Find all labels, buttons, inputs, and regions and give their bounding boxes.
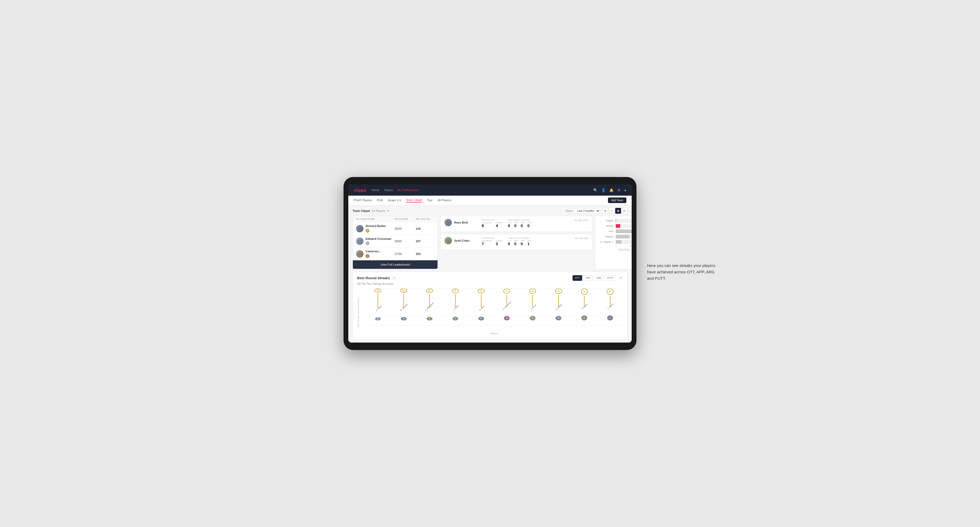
show-label: Show — [566, 210, 572, 213]
streak-bar-col: 6x D. Billingham D — [417, 289, 442, 321]
user-avatar-icon[interactable]: ● — [624, 188, 626, 192]
rounds-breakdown: Tournament 8 Practice 4 — [482, 222, 503, 228]
grid-view-button[interactable]: ⊞ — [602, 208, 608, 214]
period-select[interactable]: Last 3 months — [574, 208, 600, 214]
sub-nav-team-clippd[interactable]: Team Clippd — [406, 198, 422, 203]
player-date: 02 Sep 2023 — [575, 219, 588, 221]
chart-x-axis: 0 200 400 — [599, 245, 632, 247]
right-panel: RB Rees Britt Total Rounds Tou — [441, 216, 632, 269]
practice-label: Practice — [496, 222, 503, 224]
player-name: Josh Coles — [454, 239, 470, 242]
streak-avatar: E — [375, 317, 381, 320]
sub-nav-hcaps[interactable]: Hcaps 1-5 — [388, 198, 401, 202]
rounds-stats: Total Rounds Tournament 7 Practice — [482, 237, 532, 246]
player-card-header: RB Rees Britt — [444, 219, 479, 226]
practice-rounds: Practice 2 — [496, 240, 503, 246]
chart-bar-row: Bogeys 311 — [599, 235, 632, 238]
streak-avatar: M — [555, 316, 562, 320]
add-team-button[interactable]: Add Team — [608, 197, 626, 203]
streak-bar-col: 5x R. Britt R — [468, 289, 494, 321]
app: APP 0 — [514, 222, 518, 228]
putt: PUTT 0 — [527, 222, 532, 228]
practice-val: 2 — [496, 242, 503, 246]
streak-avatar: B — [401, 317, 407, 321]
filter-arg-button[interactable]: ARG — [594, 275, 604, 281]
filter-putt-button[interactable]: PUTT — [605, 275, 616, 281]
tablet-device: clippd Home Teams My Performance 🔍 👤 🔔 ⚙… — [344, 177, 636, 350]
streak-bubble: 7x — [374, 289, 381, 292]
streak-line — [532, 295, 533, 307]
avatar: JC — [444, 237, 452, 244]
streak-line — [378, 294, 378, 308]
card-view-button[interactable]: ▦ — [615, 208, 621, 214]
player-card[interactable]: RB Rees Britt Total Rounds Tou — [441, 216, 592, 232]
pb-avg: 103 — [416, 252, 434, 256]
practice-activities-label: Total Practice Activities — [508, 219, 532, 221]
streak-bar-col: 4x D. Ford D — [520, 289, 546, 321]
lb-col-name: PLAYER NAME — [356, 218, 395, 221]
detail-view-button[interactable]: ⊟ — [622, 208, 627, 214]
sub-nav-tour[interactable]: Tour — [427, 198, 433, 202]
table-row[interactable]: RB Richard Butler 1 19/20 110 — [353, 222, 438, 235]
sub-nav-all-players[interactable]: All Players — [438, 198, 451, 202]
avatar: RB — [356, 225, 363, 232]
sub-nav-right: Add Team — [608, 197, 626, 203]
sub-nav-pgat[interactable]: PGAT Players — [354, 198, 372, 202]
streak-bar-col: 7x E. Ebert E — [365, 289, 391, 321]
table-row[interactable]: CA Cameron... 3 17/20 103 — [353, 248, 438, 260]
streak-player-name: C. Quick — [607, 303, 614, 310]
practice-activities-label: Total Practice Activities — [508, 237, 532, 239]
x-axis-label: Players — [365, 332, 623, 335]
filter-ott-button[interactable]: OTT — [573, 275, 582, 281]
team-controls: Show Last 3 months ⊞ ≡ ▦ ⊟ — [566, 208, 627, 214]
settings-icon[interactable]: ⚙ — [617, 188, 620, 192]
view-full-leaderboard-button[interactable]: View Full Leaderboard — [353, 260, 438, 269]
bar-fill — [616, 219, 616, 222]
tournament-rounds: Tournament 7 — [482, 240, 492, 246]
practice-rounds: Practice 4 — [496, 222, 503, 228]
streak-avatar: R — [581, 316, 587, 321]
annotation-box: Here you can see streaks your players ha… — [647, 262, 719, 282]
streaks-section: Best Round Streaks ← OTT APP ARG PUTT → … — [353, 272, 627, 340]
player-name: Rees Britt — [454, 221, 468, 224]
person-icon[interactable]: 👤 — [601, 188, 606, 192]
nav-home[interactable]: Home — [371, 189, 379, 192]
arrow-indicator-icon: ← — [392, 275, 397, 281]
streak-bubble: 5x — [478, 289, 485, 293]
filter-app-button[interactable]: APP — [583, 275, 593, 281]
streak-bubble: 5x — [452, 289, 459, 293]
pb-avg: 107 — [416, 240, 434, 243]
lb-col-avg: PB AVG SQ — [416, 218, 434, 221]
streak-bar-col: 5x J. Coles J — [442, 289, 468, 321]
sub-nav: PGAT Players PGA Hcaps 1-5 Team Clippd T… — [348, 195, 632, 205]
player-details: Edward Crossman 2 — [366, 237, 391, 245]
arg: ARG 0 — [520, 240, 525, 246]
nav-teams[interactable]: Teams — [384, 189, 393, 192]
table-row[interactable]: EC Edward Crossman 2 18/20 107 — [353, 235, 438, 248]
bar-track — [616, 224, 632, 228]
practice-activities: Total Practice Activities OTT 0 APP — [508, 219, 532, 228]
streak-bubble: 3x — [581, 289, 588, 295]
tournament-label: Tournament — [482, 222, 492, 224]
annotation-text: Here you can see streaks your players ha… — [647, 262, 719, 282]
leaderboard-header: PLAYER NAME PB SCORE PB AVG SQ — [353, 216, 438, 222]
chart-bar-row: D. Bogeys + 131 — [599, 240, 632, 244]
bell-icon[interactable]: 🔔 — [609, 188, 614, 192]
player-count: 14 Players — [371, 209, 385, 213]
bar-label: Eagles — [599, 219, 614, 222]
list-view-button[interactable]: ≡ — [609, 208, 615, 214]
total-rounds: Total Rounds Tournament 8 Practice — [482, 219, 503, 228]
rounds-breakdown: Tournament 7 Practice 2 — [482, 240, 503, 246]
streak-chart-wrapper: Best Streak, Fairway Accuracy — [357, 289, 623, 337]
bar-fill — [616, 240, 622, 244]
sub-nav-pga[interactable]: PGA — [377, 198, 383, 202]
edit-icon[interactable]: ✏ — [387, 209, 389, 213]
player-card[interactable]: JC Josh Coles Total Rounds Tou — [441, 234, 592, 250]
chart-bar-row: Eagles 3 — [599, 219, 632, 222]
player-info: CA Cameron... 3 — [356, 250, 395, 258]
streaks-category: Off The Tee — [357, 283, 371, 285]
streak-avatar: E — [504, 316, 510, 320]
practice-val: 4 — [496, 224, 503, 228]
nav-my-performance[interactable]: My Performance — [398, 189, 419, 192]
search-icon[interactable]: 🔍 — [593, 188, 598, 192]
